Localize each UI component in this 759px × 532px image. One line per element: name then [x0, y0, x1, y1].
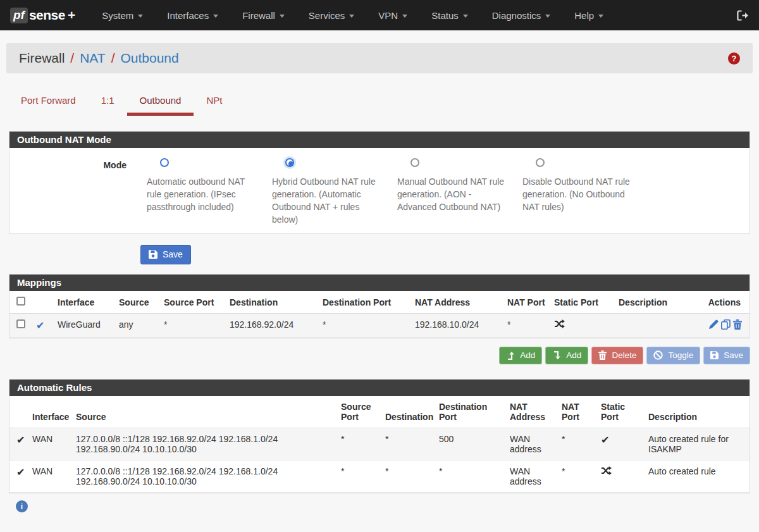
pencil-icon[interactable] — [709, 319, 719, 330]
cell-nat-address: WAN address — [506, 461, 558, 493]
check-icon: ✔ — [601, 435, 609, 445]
cell-nat-port: * — [558, 461, 597, 493]
panel-title: Mappings — [9, 275, 750, 291]
menu-vpn[interactable]: VPN — [378, 10, 407, 21]
cell-destination-port: 500 — [435, 428, 506, 461]
help-icon[interactable]: ? — [728, 53, 740, 65]
mode-option-manual: Manual Outbound NAT rule generation. (AO… — [397, 158, 522, 226]
save-button[interactable]: Save — [140, 245, 191, 264]
caret-down-icon — [598, 15, 603, 18]
caret-down-icon — [138, 15, 143, 18]
cell-interface: WAN — [28, 428, 72, 461]
toggle-button[interactable]: Toggle — [646, 347, 700, 364]
top-navbar: pfsense+ System Interfaces Firewall Serv… — [0, 0, 759, 30]
cell-destination: * — [381, 461, 435, 493]
cell-nat-port: * — [503, 314, 550, 338]
tab-port-forward[interactable]: Port Forward — [8, 91, 89, 116]
col-source-port: Source Port — [337, 396, 381, 428]
logo-sense: sense — [29, 8, 65, 23]
outbound-nat-mode-panel: Outbound NAT Mode Mode Automatic outboun… — [9, 131, 750, 234]
menu-system[interactable]: System — [102, 10, 143, 21]
menu-firewall[interactable]: Firewall — [242, 10, 285, 21]
col-static-port: Static Port — [597, 396, 645, 428]
cell-destination-port: * — [435, 461, 506, 493]
caret-down-icon — [545, 15, 550, 18]
logo-plus: + — [68, 8, 75, 23]
radio-hybrid[interactable] — [285, 158, 294, 167]
logout-button[interactable] — [737, 10, 749, 21]
cell-source: 127.0.0.0/8 ::1/128 192.168.92.0/24 192.… — [72, 428, 337, 461]
cell-nat-address: WAN address — [506, 428, 558, 461]
tab-1to1[interactable]: 1:1 — [89, 91, 127, 116]
radio-disable[interactable] — [536, 158, 545, 167]
menu-interfaces[interactable]: Interfaces — [167, 10, 218, 21]
panel-title: Automatic Rules — [9, 380, 750, 396]
check-icon: ✔ — [16, 467, 25, 478]
info-icon[interactable]: i — [16, 500, 28, 512]
col-nat-address: NAT Address — [411, 291, 503, 314]
col-destination: Destination — [381, 396, 435, 428]
col-nat-port: NAT Port — [503, 291, 550, 314]
caret-down-icon — [463, 15, 468, 18]
col-description: Description — [615, 291, 681, 314]
col-destination-port: Destination Port — [319, 291, 411, 314]
save-mappings-button[interactable]: Save — [703, 347, 750, 364]
cell-source: any — [115, 314, 160, 338]
breadcrumb: Firewall / NAT / Outbound ? — [6, 43, 753, 73]
trash-icon[interactable] — [733, 319, 742, 330]
menu-status[interactable]: Status — [431, 10, 468, 21]
cell-source-port: * — [337, 461, 381, 493]
breadcrumb-link-outbound[interactable]: Outbound — [120, 51, 178, 66]
cell-nat-address: 192.168.10.0/24 — [411, 314, 503, 338]
cell-source-port: * — [160, 314, 226, 338]
menu-diagnostics[interactable]: Diagnostics — [492, 10, 551, 21]
cell-source-port: * — [337, 428, 381, 461]
check-icon[interactable]: ✔ — [36, 320, 44, 331]
check-icon: ✔ — [16, 435, 25, 445]
cell-description — [615, 314, 681, 338]
nat-tabs: Port Forward 1:1 Outbound NPt — [8, 91, 751, 116]
save-icon — [710, 351, 719, 359]
add-bottom-button[interactable]: Add — [545, 347, 588, 364]
trash-icon — [598, 350, 607, 360]
col-source: Source — [115, 291, 160, 314]
shuffle-icon — [554, 319, 611, 328]
copy-icon[interactable] — [721, 319, 731, 330]
radio-manual[interactable] — [410, 158, 419, 167]
col-static-port: Static Port — [550, 291, 615, 314]
automatic-rules-panel: Automatic Rules Interface Source Source … — [9, 379, 750, 493]
add-top-button[interactable]: Add — [499, 347, 542, 364]
tab-npt[interactable]: NPt — [194, 91, 235, 116]
select-all-checkbox[interactable] — [16, 297, 25, 306]
level-down-icon — [552, 351, 561, 360]
col-source-port: Source Port — [160, 291, 226, 314]
caret-down-icon — [280, 15, 285, 18]
cell-interface: WireGuard — [54, 314, 115, 338]
tab-outbound[interactable]: Outbound — [127, 91, 194, 116]
col-source: Source — [72, 396, 337, 428]
mode-option-disable: Disable Outbound NAT rule generation. (N… — [522, 158, 648, 226]
menu-services[interactable]: Services — [309, 10, 355, 21]
col-destination: Destination — [226, 291, 319, 314]
mappings-panel: Mappings Interface Source Source Port De… — [9, 274, 750, 338]
col-nat-address: NAT Address — [506, 396, 558, 428]
panel-title: Outbound NAT Mode — [9, 132, 750, 148]
mode-option-label: Disable Outbound NAT rule generation. (N… — [522, 175, 634, 213]
mappings-action-buttons: Add Add Delete Toggle — [9, 347, 750, 364]
mapping-row: ✔ WireGuard any * 192.168.92.0/24 * 192.… — [9, 314, 750, 338]
cell-destination-port: * — [319, 314, 411, 338]
breadcrumb-link-nat[interactable]: NAT — [80, 51, 105, 66]
save-icon — [149, 250, 157, 259]
mode-option-label: Manual Outbound NAT rule generation. (AO… — [397, 175, 509, 213]
cell-destination: * — [381, 428, 435, 461]
radio-automatic[interactable] — [160, 158, 169, 167]
col-actions: Actions — [681, 291, 750, 314]
pfsense-logo[interactable]: pfsense+ — [10, 8, 75, 23]
col-interface: Interface — [28, 396, 72, 428]
menu-help[interactable]: Help — [574, 10, 603, 21]
cell-nat-port: * — [558, 428, 597, 461]
delete-button[interactable]: Delete — [591, 347, 643, 364]
ban-icon — [653, 350, 663, 360]
col-interface: Interface — [54, 291, 115, 314]
row-checkbox[interactable] — [16, 319, 25, 328]
